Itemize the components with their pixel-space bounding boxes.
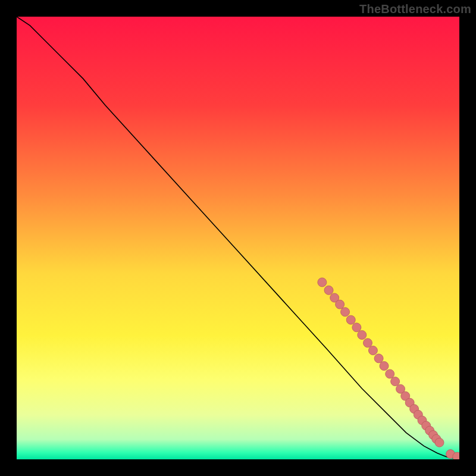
data-marker (363, 339, 372, 347)
data-marker (435, 438, 444, 447)
data-marker (336, 300, 345, 309)
data-marker (352, 323, 361, 332)
data-marker (386, 369, 394, 378)
data-marker (380, 362, 389, 371)
chart-svg (17, 17, 459, 459)
chart-frame: TheBottleneck.com (0, 0, 476, 476)
data-marker (391, 377, 400, 386)
data-marker (341, 308, 350, 317)
plot-area (17, 17, 459, 459)
data-marker (324, 286, 333, 295)
data-marker (358, 330, 367, 339)
data-marker (318, 278, 327, 287)
watermark-text: TheBottleneck.com (359, 2, 471, 16)
data-marker (346, 315, 355, 324)
data-marker (374, 354, 383, 363)
data-marker (368, 346, 377, 355)
gradient-background (17, 17, 459, 459)
